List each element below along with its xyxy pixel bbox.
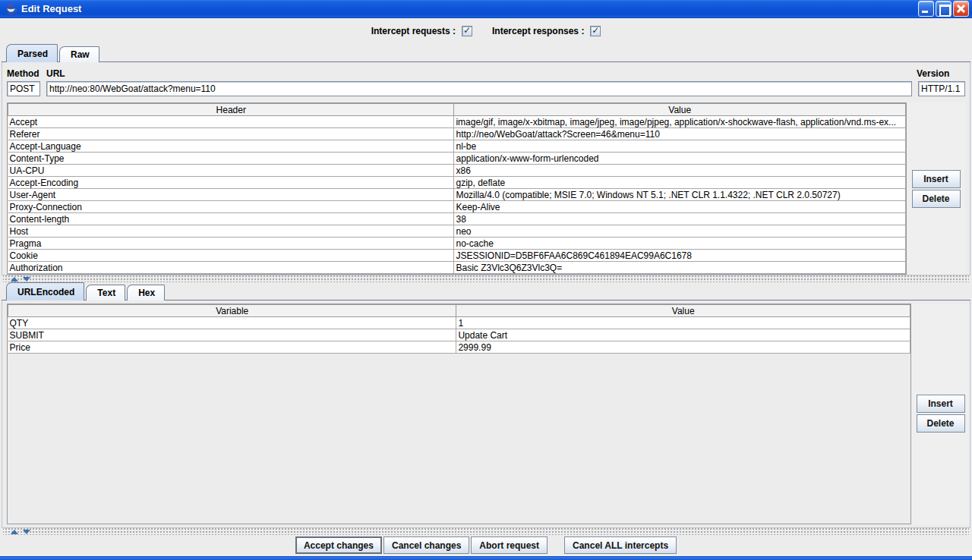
table-cell[interactable]: neo [454, 225, 906, 238]
table-cell[interactable]: 1 [456, 317, 910, 329]
close-icon[interactable] [953, 1, 969, 17]
splitter-content-footer[interactable] [3, 528, 969, 535]
tab-raw[interactable]: Raw [59, 46, 99, 62]
tab-parsed[interactable]: Parsed [6, 44, 58, 62]
table-cell[interactable]: 2999.99 [456, 341, 910, 354]
table-cell[interactable]: x86 [454, 165, 906, 177]
maximize-icon[interactable] [936, 1, 951, 17]
method-label: Method [7, 68, 46, 79]
table-row[interactable]: UA-CPUx86 [8, 165, 906, 177]
collapse-down-icon[interactable] [23, 530, 30, 534]
table-cell[interactable]: Mozilla/4.0 (compatible; MSIE 7.0; Windo… [454, 189, 906, 201]
version-field[interactable] [918, 81, 965, 96]
table-cell[interactable]: 38 [454, 213, 906, 225]
column-header[interactable]: Variable [8, 305, 456, 317]
url-label: URL [46, 68, 917, 79]
header-insert-button[interactable]: Insert [912, 170, 961, 188]
param-delete-button[interactable]: Delete [917, 414, 965, 433]
table-row[interactable]: CookieJSESSIONID=D5BF6FAA6C869C461894EAC… [8, 250, 906, 262]
accept-changes-button[interactable]: Accept changes [295, 536, 382, 554]
content-tab-bar: URLEncoded Text Hex [2, 282, 970, 300]
table-row[interactable]: Acceptimage/gif, image/x-xbitmap, image/… [8, 116, 906, 128]
table-cell[interactable]: application/x-www-form-urlencoded [454, 153, 906, 165]
table-cell[interactable]: no-cache [454, 238, 906, 250]
table-row[interactable]: Proxy-ConnectionKeep-Alive [8, 201, 906, 213]
table-cell[interactable]: Proxy-Connection [8, 201, 454, 213]
url-field[interactable] [46, 81, 912, 96]
table-cell[interactable]: Host [8, 225, 454, 238]
method-field[interactable] [7, 81, 40, 96]
checkmark-icon: ✓ [463, 26, 471, 35]
cancel-all-intercepts-button[interactable]: Cancel ALL intercepts [564, 536, 677, 554]
table-cell[interactable]: Price [8, 341, 456, 354]
table-cell[interactable]: QTY [8, 317, 456, 329]
table-row[interactable]: Content-Typeapplication/x-www-form-urlen… [8, 153, 906, 165]
version-label: Version [917, 68, 965, 79]
request-tab-bar: Parsed Raw [2, 44, 970, 62]
table-cell[interactable]: JSESSIONID=D5BF6FAA6C869C461894EAC99A6C1… [454, 250, 906, 262]
window-bottom-border [0, 556, 972, 560]
intercept-requests-checkbox[interactable]: ✓ [462, 26, 472, 36]
parsed-tab-content: Method URL Version Header Value [2, 62, 970, 275]
content-panel: URLEncoded Text Hex Variable Value QTY1S… [2, 282, 970, 528]
column-header[interactable]: Header [8, 104, 454, 116]
table-cell[interactable]: nl-be [454, 140, 906, 153]
table-row[interactable]: AuthorizationBasic Z3Vlc3Q6Z3Vlc3Q= [8, 262, 906, 274]
table-row[interactable]: Hostneo [8, 225, 906, 238]
table-cell[interactable]: Update Cart [456, 329, 910, 341]
table-cell[interactable]: image/gif, image/x-xbitmap, image/jpeg, … [454, 116, 906, 128]
tab-text[interactable]: Text [86, 285, 125, 300]
intercept-requests-group: Intercept requests : ✓ [371, 26, 472, 36]
table-cell[interactable]: UA-CPU [8, 165, 454, 177]
collapse-down-icon[interactable] [23, 277, 30, 282]
table-row[interactable]: Content-length38 [8, 213, 906, 225]
column-header[interactable]: Value [456, 305, 910, 317]
abort-request-button[interactable]: Abort request [471, 536, 548, 554]
table-cell[interactable]: Accept-Language [8, 140, 454, 153]
table-cell[interactable]: Keep-Alive [454, 201, 906, 213]
headers-table-wrap: Header Value Acceptimage/gif, image/x-xb… [7, 102, 907, 275]
table-cell[interactable]: SUBMIT [8, 329, 456, 341]
table-row[interactable]: Accept-Encodinggzip, deflate [8, 177, 906, 189]
window-title: Edit Request [21, 3, 918, 14]
tab-urlencoded[interactable]: URLEncoded [6, 282, 84, 300]
table-cell[interactable]: Accept-Encoding [8, 177, 454, 189]
collapse-up-icon[interactable] [11, 530, 18, 534]
table-row[interactable]: Pragmano-cache [8, 238, 906, 250]
table-cell[interactable]: Cookie [8, 250, 454, 262]
table-cell[interactable]: Content-length [8, 213, 454, 225]
intercept-responses-label: Intercept responses : [492, 26, 584, 36]
table-cell[interactable]: User-Agent [8, 189, 454, 201]
param-insert-button[interactable]: Insert [917, 395, 965, 413]
params-table-wrap: Variable Value QTY1SUBMITUpdate CartPric… [7, 304, 911, 524]
splitter-request-content[interactable] [3, 275, 969, 282]
table-cell[interactable]: Basic Z3Vlc3Q6Z3Vlc3Q= [454, 262, 906, 274]
table-row[interactable]: Accept-Languagenl-be [8, 140, 906, 153]
intercept-responses-group: Intercept responses : ✓ [492, 26, 601, 36]
table-row[interactable]: User-AgentMozilla/4.0 (compatible; MSIE … [8, 189, 906, 201]
table-row[interactable]: SUBMITUpdate Cart [8, 329, 910, 341]
table-cell[interactable]: Content-Type [8, 153, 454, 165]
column-header[interactable]: Value [454, 104, 906, 116]
table-row[interactable]: Price2999.99 [8, 341, 910, 354]
param-actions-column: Insert Delete [911, 304, 970, 524]
intercept-responses-checkbox[interactable]: ✓ [590, 26, 601, 36]
table-row[interactable]: Refererhttp://neo/WebGoat/attack?Screen=… [8, 128, 906, 140]
tab-hex[interactable]: Hex [127, 285, 165, 300]
table-row[interactable]: QTY1 [8, 317, 910, 329]
table-cell[interactable]: Accept [8, 116, 454, 128]
checkmark-icon: ✓ [592, 26, 599, 35]
table-cell[interactable]: Referer [8, 128, 454, 140]
collapse-up-icon[interactable] [11, 277, 18, 282]
footer-button-row: Accept changes Cancel changes Abort requ… [2, 535, 970, 556]
table-cell[interactable]: Authorization [8, 262, 454, 274]
table-cell[interactable]: gzip, deflate [454, 177, 906, 189]
minimize-icon[interactable] [918, 1, 934, 17]
header-delete-button[interactable]: Delete [912, 190, 961, 208]
table-cell[interactable]: Pragma [8, 238, 454, 250]
headers-table: Header Value Acceptimage/gif, image/x-xb… [8, 103, 906, 274]
params-table-head: Variable Value [8, 305, 910, 317]
cancel-changes-button[interactable]: Cancel changes [383, 536, 469, 554]
table-cell[interactable]: http://neo/WebGoat/attack?Screen=46&menu… [454, 128, 906, 140]
java-app-icon [5, 3, 17, 15]
